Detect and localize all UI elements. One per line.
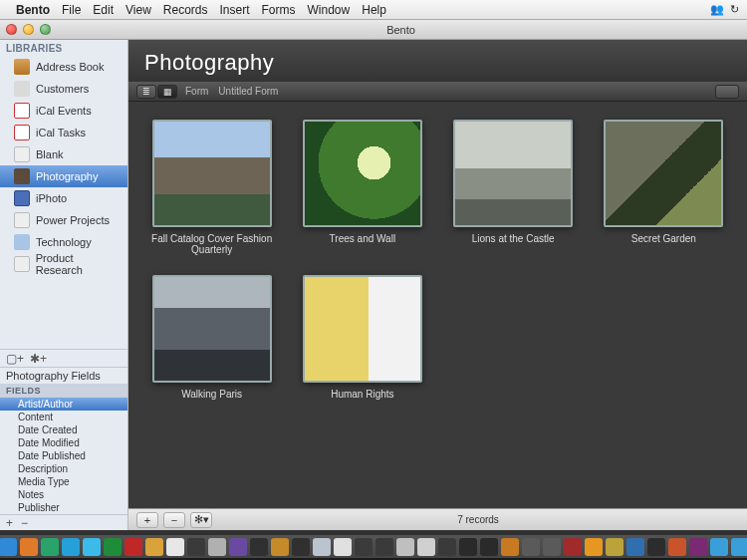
dock-app-icon[interactable] (375, 538, 393, 556)
fast-user-switch-icon[interactable]: 👥 (710, 3, 724, 16)
field-date-published[interactable]: Date Published (0, 449, 127, 462)
sidebar-item-address-book[interactable]: Address Book (0, 56, 127, 78)
sidebar-item-power-projects[interactable]: Power Projects (0, 209, 127, 231)
dock-app-icon[interactable] (501, 538, 519, 556)
record-thumbnail[interactable] (303, 120, 422, 227)
action-menu-button[interactable]: ✻▾ (190, 512, 212, 528)
dock-app-icon[interactable] (480, 538, 498, 556)
record-card[interactable]: Walking Paris (138, 275, 285, 424)
dock-app-icon[interactable] (313, 538, 331, 556)
sidebar-item-customers[interactable]: Customers (0, 78, 127, 100)
record-caption: Trees and Wall (330, 233, 396, 244)
media-button[interactable] (715, 85, 739, 99)
field-date-modified[interactable]: Date Modified (0, 436, 127, 449)
dock-app-icon[interactable] (292, 538, 310, 556)
close-window-button[interactable] (6, 24, 17, 35)
dock-app-icon[interactable] (585, 538, 603, 556)
add-smart-collection-button[interactable]: ✱+ (30, 352, 47, 366)
field-media-type[interactable]: Media Type (0, 475, 127, 488)
dock-app-icon[interactable] (0, 538, 17, 556)
dock-app-icon[interactable] (438, 538, 456, 556)
dock-app-icon[interactable] (62, 538, 80, 556)
breadcrumb-form[interactable]: Form (185, 86, 208, 97)
macos-menubar: BentoFileEditViewRecordsInsertFormsWindo… (0, 0, 747, 20)
dock-app-icon[interactable] (271, 538, 289, 556)
sidebar-item-iphoto[interactable]: iPhoto (0, 187, 127, 209)
fields-panel-title[interactable]: Photography Fields (0, 367, 127, 384)
zoom-window-button[interactable] (40, 24, 51, 35)
field-notes[interactable]: Notes (0, 488, 127, 501)
dock-app-icon[interactable] (606, 538, 623, 556)
field-description[interactable]: Description (0, 462, 127, 475)
add-record-button[interactable]: + (136, 512, 158, 528)
dock-app-icon[interactable] (41, 538, 59, 556)
record-thumbnail[interactable] (453, 120, 573, 227)
dock-app-icon[interactable] (626, 538, 644, 556)
field-content[interactable]: Content (0, 411, 127, 423)
record-thumbnail[interactable] (604, 120, 723, 227)
menu-window[interactable]: Window (308, 3, 351, 17)
field-publisher[interactable]: Publisher (0, 501, 127, 514)
dock-app-icon[interactable] (731, 538, 748, 556)
record-caption: Secret Garden (631, 233, 696, 244)
record-card[interactable]: Trees and Wall (289, 120, 435, 269)
dock-app-icon[interactable] (145, 538, 163, 556)
dock-app-icon[interactable] (334, 538, 352, 556)
sync-status-icon[interactable]: ↻ (730, 3, 739, 16)
dock-app-icon[interactable] (668, 538, 686, 556)
menu-file[interactable]: File (62, 3, 81, 17)
minimize-window-button[interactable] (23, 24, 34, 35)
delete-record-button[interactable]: − (163, 512, 185, 528)
record-caption: Walking Paris (181, 389, 242, 400)
record-thumbnail[interactable] (152, 275, 272, 383)
dock-app-icon[interactable] (689, 538, 707, 556)
sidebar-item-blank[interactable]: Blank (0, 143, 127, 165)
record-thumbnail[interactable] (152, 120, 272, 227)
dock-app-icon[interactable] (83, 538, 101, 556)
dock-app-icon[interactable] (208, 538, 226, 556)
dock-app-icon[interactable] (250, 538, 268, 556)
record-card[interactable]: Fall Catalog Cover Fashion Quarterly (138, 120, 285, 269)
menu-help[interactable]: Help (362, 3, 386, 17)
breadcrumb-untitled[interactable]: Untitled Form (218, 86, 278, 97)
menu-records[interactable]: Records (163, 3, 208, 17)
dock-app-icon[interactable] (543, 538, 561, 556)
dock-app-icon[interactable] (229, 538, 247, 556)
dock-app-icon[interactable] (564, 538, 582, 556)
dock-app-icon[interactable] (166, 538, 184, 556)
record-thumbnail[interactable] (303, 275, 422, 383)
record-card[interactable]: Lions at the Castle (440, 120, 587, 269)
dock-app-icon[interactable] (187, 538, 205, 556)
record-gallery[interactable]: Fall Catalog Cover Fashion QuarterlyTree… (128, 102, 747, 508)
add-field-button[interactable]: + (6, 516, 13, 530)
dock-app-icon[interactable] (710, 538, 728, 556)
add-library-button[interactable]: ▢+ (6, 352, 24, 366)
dock-app-icon[interactable] (417, 538, 435, 556)
remove-field-button[interactable]: − (21, 516, 28, 530)
field-date-created[interactable]: Date Created (0, 423, 127, 436)
dock-app-icon[interactable] (647, 538, 665, 556)
dock-app-icon[interactable] (124, 538, 142, 556)
menu-view[interactable]: View (125, 3, 151, 17)
dock-app-icon[interactable] (355, 538, 373, 556)
field-artist-author[interactable]: Artist/Author (0, 398, 127, 411)
dock-app-icon[interactable] (104, 538, 122, 556)
record-card[interactable]: Human Rights (289, 275, 435, 424)
window-titlebar[interactable]: Bento (0, 20, 747, 40)
sidebar-item-ical-events[interactable]: iCal Events (0, 100, 127, 122)
sidebar-item-product-research[interactable]: Product Research (0, 253, 127, 275)
menu-edit[interactable]: Edit (93, 3, 114, 17)
menu-bento[interactable]: Bento (16, 3, 50, 17)
menu-insert[interactable]: Insert (220, 3, 250, 17)
dock-app-icon[interactable] (459, 538, 477, 556)
sidebar-item-ical-tasks[interactable]: iCal Tasks (0, 122, 127, 143)
form-view-button[interactable]: ▦ (157, 85, 177, 99)
dock-app-icon[interactable] (522, 538, 540, 556)
sidebar-item-photography[interactable]: Photography (0, 165, 127, 187)
record-card[interactable]: Secret Garden (591, 120, 737, 269)
menu-forms[interactable]: Forms (262, 3, 296, 17)
sidebar-item-technology[interactable]: Technology (0, 231, 127, 253)
table-view-button[interactable]: ≣ (136, 85, 156, 99)
dock-app-icon[interactable] (20, 538, 38, 556)
dock-app-icon[interactable] (396, 538, 414, 556)
